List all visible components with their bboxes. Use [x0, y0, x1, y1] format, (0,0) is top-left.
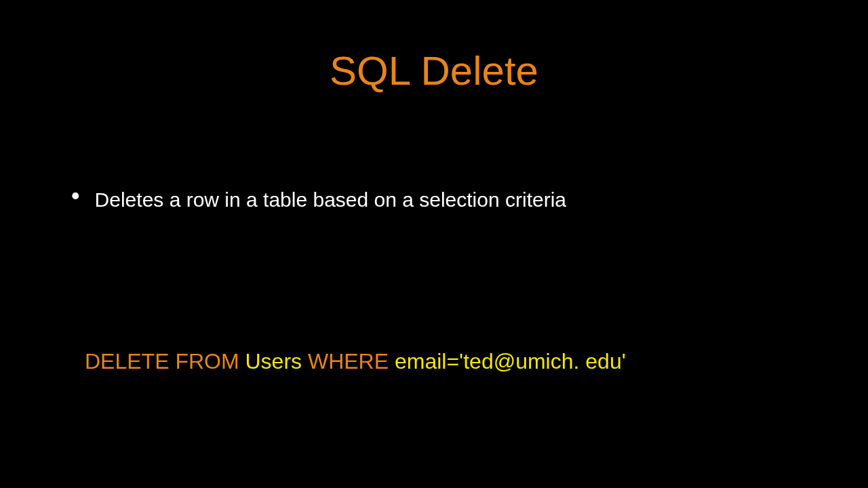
code-keyword-delete-from: DELETE FROM	[85, 349, 245, 373]
code-example: DELETE FROM Users WHERE email='ted@umich…	[85, 349, 626, 374]
code-keyword-where: WHERE	[308, 349, 395, 373]
code-identifier-table: Users	[245, 349, 307, 373]
bullet-dot-icon: •	[71, 184, 80, 208]
bullet-list: • Deletes a row in a table based on a se…	[71, 186, 566, 211]
slide-container: SQL Delete • Deletes a row in a table ba…	[0, 0, 868, 488]
code-identifier-condition: email='ted@umich. edu'	[395, 349, 626, 373]
bullet-item: • Deletes a row in a table based on a se…	[71, 186, 566, 211]
slide-title: SQL Delete	[0, 0, 868, 94]
bullet-text: Deletes a row in a table based on a sele…	[95, 188, 566, 211]
